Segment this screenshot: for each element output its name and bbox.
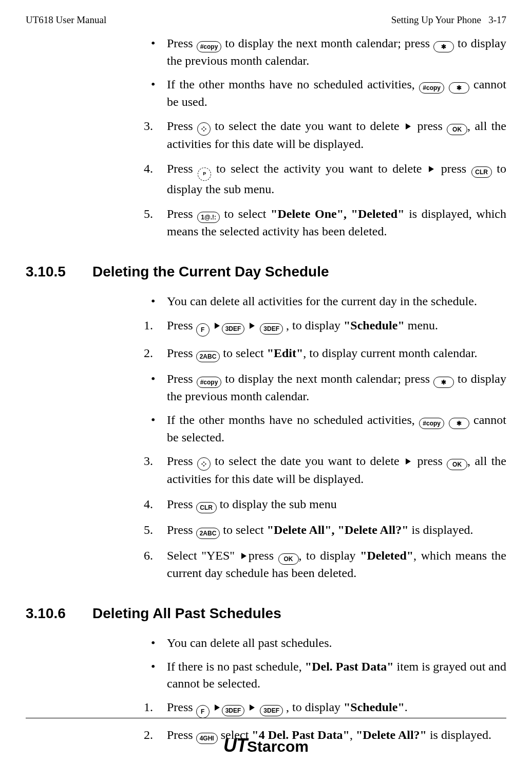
bullet: If the other months have no scheduled ac… [144, 76, 506, 110]
list-item: 6. Select "YES" press OK, to display "De… [144, 547, 506, 581]
ok-key-icon: OK [447, 459, 467, 470]
s3105-sub-bullets: Press #copy to display the next month ca… [144, 370, 506, 446]
hash-key-icon: #copy [419, 82, 444, 94]
triangle-icon [215, 704, 220, 711]
list-item: 4. Press P to select the activity you wa… [144, 160, 506, 197]
header-left: UT618 User Manual [26, 14, 106, 26]
bullet: If there is no past schedule, "Del. Past… [144, 658, 506, 692]
list-item: 1. Press F 3DEF 3DEF , to display "Sched… [144, 699, 506, 718]
star-key-icon: ✱ [449, 82, 469, 94]
utstarcom-logo-icon: UTStarcom [223, 735, 309, 756]
triangle-icon [429, 166, 434, 172]
nav-key-icon [197, 457, 211, 471]
s3105-steps-a: 1. Press F 3DEF 3DEF , to display "Sched… [144, 317, 506, 362]
star-key-icon: ✱ [449, 418, 469, 429]
nav-key-icon [197, 122, 211, 136]
three-key-icon: 3DEF [222, 323, 245, 335]
hash-key-icon: #copy [197, 41, 222, 52]
top-bullets: Press #copy to display the next month ca… [144, 35, 506, 110]
one-key-icon: 1@.!: [197, 212, 220, 223]
three-key-icon: 3DEF [260, 323, 283, 335]
bullet: Press #copy to display the next month ca… [144, 370, 506, 404]
ok-key-icon: OK [278, 553, 299, 565]
clr-key-icon: CLR [196, 502, 217, 513]
content: Press #copy to display the next month ca… [26, 35, 506, 744]
clr-key-icon: CLR [471, 166, 492, 178]
s3105-steps-b: 3. Press to select the date you want to … [144, 453, 506, 581]
list-item: 2. Press 2ABC to select "Edit", to displ… [144, 345, 506, 362]
bullet: You can delete all past schedules. [144, 635, 506, 651]
f-key-icon: F [196, 323, 210, 337]
ok-key-icon: OK [447, 124, 467, 135]
section-heading: 3.10.5 Deleting the Current Day Schedule [26, 262, 506, 282]
three-key-icon: 3DEF [222, 705, 245, 716]
bullet: If the other months have no scheduled ac… [144, 412, 506, 445]
section-title: Deleting the Current Day Schedule [92, 262, 329, 282]
list-item: 1. Press F 3DEF 3DEF , to display "Sched… [144, 317, 506, 337]
lead-bullets: You can delete all activities for the cu… [144, 293, 506, 309]
list-item: 3. Press to select the date you want to … [144, 453, 506, 487]
footer-rule [26, 718, 506, 718]
two-key-icon: 2ABC [196, 351, 220, 362]
three-key-icon: 3DEF [260, 705, 283, 716]
nav-key-icon: P [198, 168, 211, 181]
list-item: 4. Press CLR to display the sub menu [144, 496, 506, 513]
bullet: Press #copy to display the next month ca… [144, 35, 506, 69]
two-key-icon: 2ABC [196, 528, 220, 539]
section-number: 3.10.5 [26, 262, 92, 282]
page: UT618 User Manual Setting Up Your Phone … [0, 0, 532, 780]
triangle-icon [241, 553, 246, 559]
s3106-bullets: You can delete all past schedules. If th… [144, 635, 506, 692]
section-heading: 3.10.6 Deleting All Past Schedules [26, 604, 506, 623]
triangle-icon [406, 123, 411, 129]
triangle-icon [406, 458, 411, 465]
footer-logo: UTStarcom [0, 735, 532, 756]
list-item: 5. Press 2ABC to select "Delete All", "D… [144, 522, 506, 539]
section-title: Deleting All Past Schedules [92, 604, 281, 623]
page-header: UT618 User Manual Setting Up Your Phone … [26, 14, 506, 26]
bullet: You can delete all activities for the cu… [144, 293, 506, 309]
top-steps: 3. Press to select the date you want to … [144, 118, 506, 240]
star-key-icon: ✱ [433, 377, 454, 388]
triangle-icon [250, 704, 255, 711]
section-number: 3.10.6 [26, 604, 92, 623]
list-item: 5. Press 1@.!: to select "Delete One", "… [144, 206, 506, 239]
triangle-icon [215, 323, 220, 329]
f-key-icon: F [196, 705, 210, 718]
star-key-icon: ✱ [433, 41, 454, 52]
hash-key-icon: #copy [419, 418, 444, 429]
hash-key-icon: #copy [197, 377, 222, 388]
triangle-icon [250, 323, 255, 329]
header-right: Setting Up Your Phone 3-17 [391, 14, 506, 26]
list-item: 3. Press to select the date you want to … [144, 118, 506, 152]
